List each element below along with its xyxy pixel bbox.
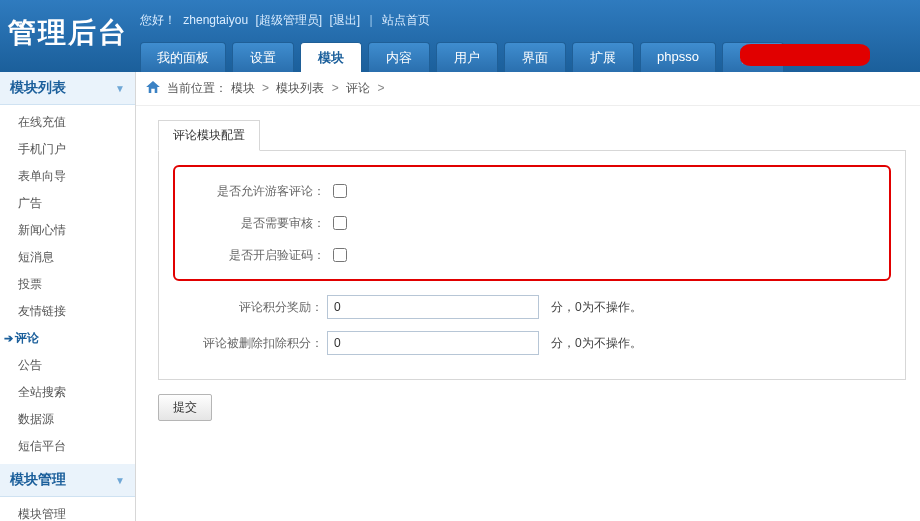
sidebar-item-模块管理[interactable]: 模块管理 xyxy=(0,501,135,521)
user-role: [超级管理员] xyxy=(255,13,322,27)
tab-设置[interactable]: 设置 xyxy=(232,42,294,72)
logout-link[interactable]: [退出] xyxy=(329,13,360,27)
label-need-review: 是否需要审核： xyxy=(175,215,329,232)
username: zhengtaiyou xyxy=(183,13,248,27)
row-captcha: 是否开启验证码： xyxy=(175,239,889,271)
panel-tab[interactable]: 评论模块配置 xyxy=(158,120,260,151)
breadcrumb-step[interactable]: 模块 xyxy=(231,81,255,95)
redacted-area xyxy=(740,44,870,66)
sidebar-list-manage: 模块管理 xyxy=(0,497,135,521)
sidebar-item-广告[interactable]: 广告 xyxy=(0,190,135,217)
hint-deduct: 分，0为不操作。 xyxy=(551,335,642,352)
label-deduct: 评论被删除扣除积分： xyxy=(173,335,327,352)
chevron-down-icon: ▼ xyxy=(115,83,125,94)
hint-reward: 分，0为不操作。 xyxy=(551,299,642,316)
row-allow-guest: 是否允许游客评论： xyxy=(175,175,889,207)
sidebar-item-投票[interactable]: 投票 xyxy=(0,271,135,298)
tab-用户[interactable]: 用户 xyxy=(436,42,498,72)
welcome-bar: 您好！ zhengtaiyou [超级管理员] [退出] | 站点首页 xyxy=(140,12,430,29)
sidebar: 模块列表 ▼ 在线充值手机门户表单向导广告新闻心情短消息投票友情链接评论公告全站… xyxy=(0,72,136,521)
label-reward: 评论积分奖励： xyxy=(173,299,327,316)
chevron-down-icon: ▼ xyxy=(115,475,125,486)
tab-模块[interactable]: 模块 xyxy=(300,42,362,72)
sidebar-section-modules[interactable]: 模块列表 ▼ xyxy=(0,72,135,105)
tab-我的面板[interactable]: 我的面板 xyxy=(140,42,226,72)
sidebar-item-短消息[interactable]: 短消息 xyxy=(0,244,135,271)
breadcrumb-step[interactable]: 模块列表 xyxy=(276,81,324,95)
label-allow-guest: 是否允许游客评论： xyxy=(175,183,329,200)
checkbox-allow-guest[interactable] xyxy=(333,184,347,198)
sidebar-item-手机门户[interactable]: 手机门户 xyxy=(0,136,135,163)
sidebar-item-在线充值[interactable]: 在线充值 xyxy=(0,109,135,136)
tab-内容[interactable]: 内容 xyxy=(368,42,430,72)
checkbox-captcha[interactable] xyxy=(333,248,347,262)
top-tabs: 我的面板设置模块内容用户界面扩展phpsso视频 xyxy=(140,42,784,72)
tab-phpsso[interactable]: phpsso xyxy=(640,42,716,72)
input-deduct[interactable] xyxy=(327,331,539,355)
row-need-review: 是否需要审核： xyxy=(175,207,889,239)
separator: | xyxy=(369,13,372,27)
sidebar-item-公告[interactable]: 公告 xyxy=(0,352,135,379)
sidebar-section-manage[interactable]: 模块管理 ▼ xyxy=(0,464,135,497)
main: 模块列表 ▼ 在线充值手机门户表单向导广告新闻心情短消息投票友情链接评论公告全站… xyxy=(0,72,920,521)
home-icon[interactable] xyxy=(146,81,160,93)
breadcrumb-label: 当前位置： xyxy=(167,81,227,95)
content: 当前位置： 模块 > 模块列表 > 评论 > 评论模块配置 是否允许游客评论： … xyxy=(136,72,920,521)
sidebar-item-评论[interactable]: 评论 xyxy=(0,325,135,352)
welcome-prefix: 您好！ xyxy=(140,13,176,27)
panel-body: 是否允许游客评论： 是否需要审核： 是否开启验证码： 评论积分奖励： xyxy=(158,150,906,380)
sidebar-list-modules: 在线充值手机门户表单向导广告新闻心情短消息投票友情链接评论公告全站搜索数据源短信… xyxy=(0,105,135,464)
sidebar-item-全站搜索[interactable]: 全站搜索 xyxy=(0,379,135,406)
submit-button[interactable]: 提交 xyxy=(158,394,212,421)
tab-扩展[interactable]: 扩展 xyxy=(572,42,634,72)
highlight-box: 是否允许游客评论： 是否需要审核： 是否开启验证码： xyxy=(173,165,891,281)
label-captcha: 是否开启验证码： xyxy=(175,247,329,264)
tab-界面[interactable]: 界面 xyxy=(504,42,566,72)
logo: 管理后台 xyxy=(8,14,128,52)
sidebar-section-title: 模块列表 xyxy=(10,79,66,97)
submit-wrap: 提交 xyxy=(158,394,920,421)
row-deduct: 评论被删除扣除积分： 分，0为不操作。 xyxy=(173,325,891,361)
sidebar-section-title: 模块管理 xyxy=(10,471,66,489)
sidebar-item-新闻心情[interactable]: 新闻心情 xyxy=(0,217,135,244)
row-reward: 评论积分奖励： 分，0为不操作。 xyxy=(173,289,891,325)
breadcrumb-step[interactable]: 评论 xyxy=(346,81,370,95)
checkbox-need-review[interactable] xyxy=(333,216,347,230)
header: 管理后台 您好！ zhengtaiyou [超级管理员] [退出] | 站点首页… xyxy=(0,0,920,72)
sidebar-item-短信平台[interactable]: 短信平台 xyxy=(0,433,135,460)
sidebar-item-数据源[interactable]: 数据源 xyxy=(0,406,135,433)
sidebar-item-表单向导[interactable]: 表单向导 xyxy=(0,163,135,190)
config-panel: 评论模块配置 是否允许游客评论： 是否需要审核： 是否开启验证码： xyxy=(158,120,906,380)
site-home-link[interactable]: 站点首页 xyxy=(382,13,430,27)
breadcrumb: 当前位置： 模块 > 模块列表 > 评论 > xyxy=(136,72,920,106)
sidebar-item-友情链接[interactable]: 友情链接 xyxy=(0,298,135,325)
input-reward[interactable] xyxy=(327,295,539,319)
